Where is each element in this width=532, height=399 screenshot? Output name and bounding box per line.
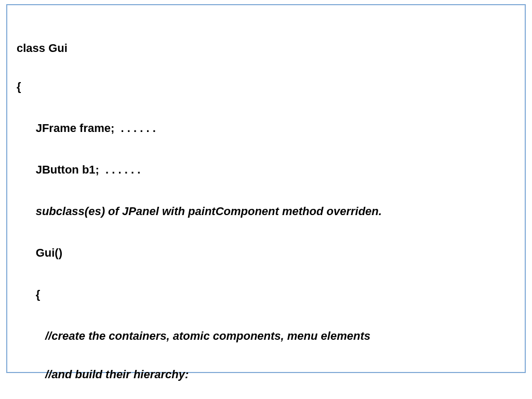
code-line: { (17, 289, 515, 300)
code-line: //create the containers, atomic componen… (17, 330, 515, 342)
code-line: { (17, 81, 515, 92)
code-line: subclass(es) of JPanel with paintCompone… (17, 206, 515, 217)
slide-frame: class Gui { JFrame frame; . . . . . . JB… (6, 4, 526, 373)
code-line: //and build their hierarchy: (17, 369, 515, 380)
code-block: class Gui { JFrame frame; . . . . . . JB… (17, 20, 515, 399)
code-line: Gui() (17, 247, 515, 259)
code-line: JButton b1; . . . . . . (17, 164, 515, 176)
code-line: class Gui (17, 43, 515, 54)
code-line: JFrame frame; . . . . . . (17, 123, 515, 134)
